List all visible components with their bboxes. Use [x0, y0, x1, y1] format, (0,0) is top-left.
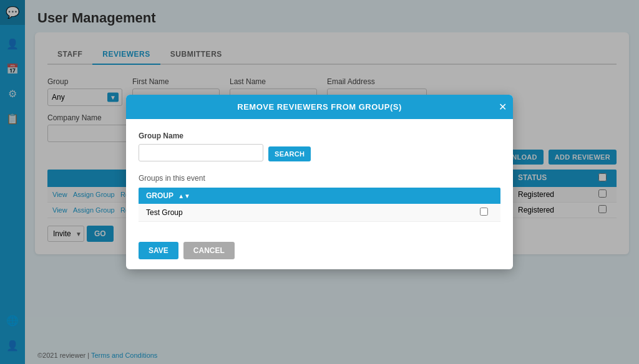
list-item: Test Group — [139, 204, 500, 222]
sort-icon: ▲▼ — [178, 193, 190, 199]
save-button[interactable]: SAVE — [139, 242, 178, 259]
group-name-cell: Test Group — [146, 208, 474, 217]
modal-overlay: REMOVE REVIEWERS FROM GROUP(S) ✕ Group N… — [0, 0, 639, 364]
group-col-header: GROUP ▲▼ — [146, 191, 474, 200]
modal-search-row: SEARCH — [139, 144, 500, 161]
groups-table-header: GROUP ▲▼ — [139, 188, 500, 204]
cancel-button[interactable]: CANCEL — [183, 242, 235, 259]
group-name-input[interactable] — [139, 144, 263, 161]
group-checkbox[interactable] — [480, 208, 488, 216]
groups-section-label: Groups in this event — [139, 174, 500, 183]
group-name-section-label: Group Name — [139, 132, 500, 140]
modal-footer: SAVE CANCEL — [126, 234, 513, 269]
group-check-cell — [474, 208, 493, 218]
modal-title: REMOVE REVIEWERS FROM GROUP(S) — [237, 102, 401, 112]
modal-body: Group Name SEARCH Groups in this event G… — [126, 119, 513, 234]
modal-header: REMOVE REVIEWERS FROM GROUP(S) ✕ — [126, 95, 513, 119]
modal-search-button[interactable]: SEARCH — [268, 146, 311, 161]
modal-close-button[interactable]: ✕ — [499, 102, 507, 112]
groups-table: GROUP ▲▼ Test Group — [139, 188, 500, 222]
modal: REMOVE REVIEWERS FROM GROUP(S) ✕ Group N… — [126, 95, 513, 269]
